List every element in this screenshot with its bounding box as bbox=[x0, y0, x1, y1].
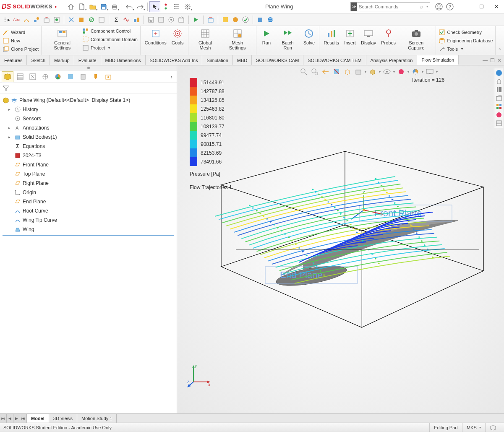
tree-rollback-bar[interactable] bbox=[3, 235, 174, 236]
tree-tabs-overflow-icon[interactable]: › bbox=[168, 73, 175, 80]
screen-capture-button[interactable]: Screen Capture bbox=[399, 27, 433, 51]
tree-item-sensors[interactable]: Sensors bbox=[1, 114, 176, 123]
status-icon[interactable] bbox=[485, 423, 501, 432]
new-button[interactable]: New bbox=[3, 36, 39, 45]
new-file-icon[interactable] bbox=[76, 1, 87, 12]
select-icon[interactable] bbox=[149, 1, 160, 12]
check-geometry-button[interactable]: Check Geometry bbox=[439, 28, 493, 36]
tree-tab-icon[interactable] bbox=[90, 71, 102, 82]
redo-icon[interactable] bbox=[135, 1, 146, 12]
prev-tab-icon[interactable]: ◀ bbox=[7, 414, 13, 423]
qt-icon[interactable] bbox=[167, 15, 176, 24]
tree-item-top-plane[interactable]: Top Plane bbox=[1, 169, 176, 179]
qt-icon[interactable] bbox=[42, 15, 51, 24]
tree-tab-icon[interactable] bbox=[65, 71, 76, 82]
computational-domain-button[interactable]: Computational Domain bbox=[82, 35, 138, 44]
help-icon[interactable]: ? bbox=[444, 1, 455, 12]
qt-icon[interactable] bbox=[177, 15, 186, 24]
general-settings-button[interactable]: General Settings bbox=[44, 27, 81, 51]
globe-icon[interactable] bbox=[495, 69, 503, 77]
batch-run-button[interactable]: Batch Run bbox=[276, 27, 300, 51]
project-button[interactable]: Project▾ bbox=[82, 44, 138, 52]
tree-tab-config-icon[interactable] bbox=[27, 71, 39, 82]
qt-run-icon[interactable] bbox=[191, 15, 201, 24]
qt-icon[interactable]: ⊞ bbox=[146, 15, 156, 24]
tree-tab-appearance-icon[interactable] bbox=[52, 71, 64, 82]
qt-icon[interactable] bbox=[97, 15, 106, 24]
search-dropdown-icon[interactable]: ▾ bbox=[425, 5, 430, 8]
tree-item-solid-bodies[interactable]: ▸Solid Bodies(1) bbox=[1, 132, 176, 142]
solve-button[interactable]: Solve bbox=[301, 27, 316, 46]
tab-cam[interactable]: SOLIDWORKS CAM bbox=[252, 55, 303, 65]
qt-icon[interactable] bbox=[122, 15, 131, 24]
insert-button[interactable]: Insert bbox=[342, 27, 358, 46]
tree-item-material[interactable]: 2024-T3 bbox=[1, 151, 176, 160]
filter-icon[interactable] bbox=[3, 86, 9, 91]
file-explorer-icon[interactable] bbox=[495, 94, 503, 102]
tree-item-right-plane[interactable]: Right Plane bbox=[1, 179, 176, 188]
qt-icon[interactable] bbox=[221, 15, 230, 24]
tree-item-wing[interactable]: Wing bbox=[1, 225, 176, 234]
tree-tab-feature-icon[interactable] bbox=[2, 71, 13, 82]
home-icon[interactable] bbox=[65, 1, 76, 12]
tab-cam-tbm[interactable]: SOLIDWORKS CAM TBM bbox=[303, 55, 366, 65]
tree-root[interactable]: Plane Wing (Default<<Default>_Display St… bbox=[1, 96, 176, 105]
home-icon[interactable] bbox=[495, 78, 503, 85]
qt-globe-icon[interactable] bbox=[266, 15, 275, 24]
tree-item-end-plane[interactable]: End Plane bbox=[1, 197, 176, 206]
ribbon-collapse-icon[interactable]: ⌃ bbox=[496, 26, 504, 55]
render-icon[interactable] bbox=[425, 67, 434, 76]
goals-button[interactable]: Goals bbox=[170, 27, 185, 46]
tools-button[interactable]: Tools▾ bbox=[439, 45, 493, 53]
display-button[interactable]: Display bbox=[359, 27, 378, 46]
scene-icon[interactable] bbox=[411, 67, 420, 76]
minimize-button[interactable]: — bbox=[460, 1, 472, 12]
open-file-icon[interactable] bbox=[87, 1, 98, 12]
qt-icon[interactable] bbox=[52, 15, 61, 24]
tab-mbd[interactable]: MBD bbox=[233, 55, 252, 65]
tree-tab-dimxpert-icon[interactable] bbox=[39, 71, 51, 82]
close-button[interactable]: ✕ bbox=[491, 1, 502, 12]
qt-icon[interactable]: ⋮▸ bbox=[2, 15, 11, 24]
display-style-icon[interactable] bbox=[354, 67, 363, 76]
first-tab-icon[interactable]: ⏮ bbox=[0, 414, 7, 423]
qt-icon[interactable] bbox=[22, 15, 31, 24]
engineering-database-button[interactable]: Engineering Database bbox=[439, 36, 493, 45]
qt-icon[interactable] bbox=[132, 15, 141, 24]
tree-item-wing-tip-curve[interactable]: Wing Tip Curve bbox=[1, 215, 176, 225]
qt-icon[interactable] bbox=[32, 15, 41, 24]
section-view-icon[interactable] bbox=[332, 67, 341, 76]
tab-mbd-dimensions[interactable]: MBD Dimensions bbox=[101, 55, 146, 65]
gear-icon[interactable] bbox=[182, 1, 193, 12]
zoom-fit-icon[interactable] bbox=[299, 67, 308, 76]
bottom-tab-model[interactable]: Model bbox=[27, 414, 49, 423]
next-tab-icon[interactable]: ▶ bbox=[13, 414, 20, 423]
qt-icon[interactable] bbox=[157, 15, 166, 24]
view-palette-icon[interactable] bbox=[495, 103, 503, 110]
undo-icon[interactable] bbox=[124, 1, 135, 12]
prev-view-icon[interactable] bbox=[321, 67, 330, 76]
tree-item-root-curve[interactable]: Root Curve bbox=[1, 206, 176, 215]
eye-icon[interactable] bbox=[382, 67, 392, 76]
doc-restore-icon[interactable]: ❐ bbox=[490, 57, 495, 63]
clone-project-button[interactable]: Clone Project bbox=[3, 45, 39, 53]
wizard-button[interactable]: Wizard bbox=[3, 28, 39, 36]
library-icon[interactable] bbox=[495, 86, 503, 93]
tab-flow-simulation[interactable]: Flow Simulation bbox=[417, 55, 459, 65]
qt-sigma-icon[interactable]: Σ bbox=[112, 15, 121, 24]
qt-abc-icon[interactable]: Abc bbox=[12, 15, 21, 24]
logo-dropdown-icon[interactable]: ▸ bbox=[55, 4, 57, 9]
qt-icon[interactable] bbox=[87, 15, 96, 24]
tree-tab-icon[interactable] bbox=[77, 71, 89, 82]
tree-item-annotations[interactable]: ▸AAnnotations bbox=[1, 123, 176, 132]
tab-markup[interactable]: Markup bbox=[50, 55, 74, 65]
properties-icon[interactable] bbox=[495, 119, 503, 127]
zoom-area-icon[interactable] bbox=[310, 67, 319, 76]
traffic-light-icon[interactable] bbox=[160, 1, 171, 12]
tree-item-front-plane[interactable]: Front Plane bbox=[1, 160, 176, 169]
qt-icon[interactable] bbox=[67, 15, 76, 24]
tab-features[interactable]: Features bbox=[0, 55, 27, 65]
probes-button[interactable]: Probes bbox=[379, 27, 397, 46]
print-icon[interactable] bbox=[109, 1, 120, 12]
tree-item-origin[interactable]: Origin bbox=[1, 188, 176, 197]
